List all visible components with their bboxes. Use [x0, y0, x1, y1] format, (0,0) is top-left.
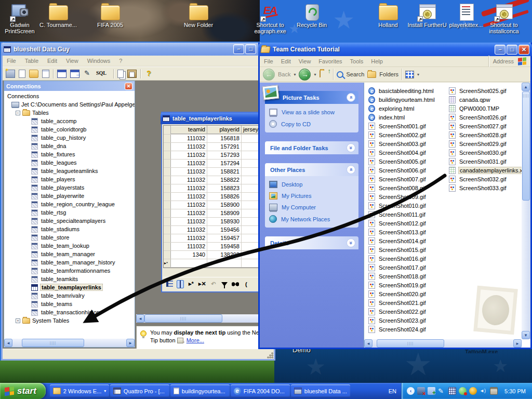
file-item[interactable]: ScreenShot013.gif [368, 228, 446, 236]
row-selector[interactable] [164, 184, 171, 192]
file-item[interactable]: ScreenShot001.gif [368, 122, 446, 130]
menu-item[interactable]: View [299, 58, 311, 64]
desktop-icon[interactable]: Gadwin PrintScreen [0, 3, 39, 34]
address-bar-label[interactable]: Address [493, 58, 514, 64]
cell-playerid[interactable]: 159456 [207, 226, 242, 234]
file-item[interactable]: ScreenShot025.gif [449, 86, 527, 95]
tree-table-item[interactable]: table_rtsg [4, 208, 135, 217]
place-link[interactable]: My Network Places [269, 215, 354, 223]
file-item[interactable]: exploring.html [368, 104, 446, 113]
collapse-chevron-icon[interactable]: » [347, 93, 355, 102]
task-buildingyourteam[interactable]: buildingyourtea... [170, 384, 230, 397]
desktop-icon-label-partial[interactable]: TattooM.exe [465, 349, 498, 353]
print-queue[interactable] [490, 387, 498, 395]
row-selector[interactable] [164, 251, 171, 259]
file-item[interactable]: ScreenShot010.gif [368, 201, 446, 210]
file-item[interactable]: ScreenShot017.gif [368, 263, 446, 272]
desktop-icon[interactable]: New Folder [179, 3, 218, 28]
desktop-icon[interactable]: Holland [368, 3, 408, 28]
minimize-button[interactable]: – [233, 44, 244, 54]
cell-playerid[interactable]: 156818 [207, 135, 242, 142]
file-item[interactable]: ScreenShot024.gif [368, 325, 446, 334]
scroll-left-icon[interactable]: ◂ [4, 339, 12, 347]
cell-teamid[interactable]: 111032 [171, 209, 207, 217]
menu-item[interactable]: Tools [350, 58, 364, 64]
grid-row[interactable]: 111032 158821 [164, 168, 263, 176]
back-label[interactable]: Back [278, 71, 290, 77]
column-header-teamid[interactable]: teamid [171, 126, 207, 134]
grid-row[interactable]: 111032 156818 [164, 135, 263, 143]
tree-table-item[interactable]: table_transactionhistory [4, 308, 135, 316]
place-link[interactable]: Desktop [269, 181, 354, 188]
cell-playerid[interactable]: 138292 [207, 251, 242, 259]
column-header-playerid[interactable]: playerid [207, 126, 242, 134]
file-item[interactable]: ScreenShot022.gif [368, 307, 446, 316]
next-tip-button-icon[interactable] [177, 338, 183, 343]
details-header[interactable]: Details » [265, 236, 358, 249]
cell-teamid[interactable]: 111032 [171, 168, 207, 176]
paste-icon[interactable] [127, 70, 137, 78]
calculator[interactable] [448, 387, 456, 395]
grid-row[interactable]: 111032 157291 [164, 143, 263, 151]
file-item[interactable]: ScreenShot032.gif [449, 175, 527, 183]
grid-row[interactable]: 111032 157293 [164, 151, 263, 159]
desktop-icon[interactable]: playerkittex... [446, 3, 486, 28]
folders-label[interactable]: Folders [379, 71, 398, 77]
table-window-titlebar[interactable]: table_teamplayerlinks [161, 113, 267, 124]
open-file-icon[interactable] [29, 70, 38, 78]
tree-table-item[interactable]: table_region_country_league [4, 200, 135, 208]
cell-playerid[interactable]: 159458 [207, 243, 242, 250]
row-selector[interactable] [164, 135, 171, 142]
expand-chevron-icon[interactable]: » [347, 238, 355, 247]
tree-table-item[interactable]: table_teamformationnames [4, 267, 135, 275]
language-indicator[interactable]: EN [384, 388, 401, 394]
file-item[interactable]: ScreenShot023.gif [368, 316, 446, 325]
file-item[interactable]: ScreenShot031.gif [449, 157, 527, 166]
connection-wizard-icon[interactable] [6, 70, 15, 78]
file-item[interactable]: ScreenShot009.gif [368, 192, 446, 201]
file-item[interactable]: ScreenShot026.gif [449, 113, 527, 122]
file-item[interactable]: canadateamplayerlinks.xls [449, 166, 527, 175]
cell-teamid[interactable]: 111032 [171, 193, 207, 201]
grid-row[interactable]: 111032 159457 [164, 234, 263, 243]
back-dropdown-icon[interactable]: ▾ [294, 72, 296, 77]
resize-grip[interactable] [267, 352, 273, 358]
grid-row[interactable]: 111032 158822 [164, 176, 263, 184]
row-selector[interactable] [164, 243, 171, 250]
sql-editor-icon[interactable]: SQL [96, 70, 110, 78]
tree-system-tables-folder[interactable]: + System Tables [4, 316, 135, 325]
cell-playerid[interactable]: 158909 [207, 209, 242, 217]
file-item[interactable]: ScreenShot008.gif [368, 183, 446, 192]
task-blueshell-data[interactable]: blueshell Data ... [291, 384, 350, 397]
desktop-icon[interactable]: C. Tourname... [38, 3, 78, 28]
menu-item[interactable]: File [7, 58, 16, 64]
connections-horizontal-scrollbar[interactable]: ◂ ▸ [4, 339, 135, 347]
desktop-icon[interactable]: Shortcut to eagraph.exe [250, 3, 290, 34]
menu-item[interactable]: Edit [281, 58, 291, 64]
cell-playerid[interactable]: 158821 [207, 168, 242, 176]
file-item[interactable]: ScreenShot016.gif [368, 254, 446, 263]
cell-teamid[interactable]: 111032 [171, 151, 207, 159]
tree-table-item[interactable]: table_stadiums [4, 225, 135, 233]
new-file-icon[interactable] [19, 70, 25, 78]
cell-playerid[interactable]: 158930 [207, 218, 242, 225]
cell-playerid[interactable]: 157291 [207, 143, 242, 151]
properties-icon[interactable] [42, 70, 49, 78]
row-selector[interactable] [164, 151, 171, 159]
tree-table-item[interactable]: table_team_lookup [4, 242, 135, 250]
row-selector[interactable] [164, 193, 171, 201]
grid-row[interactable]: 111032 158823 [164, 184, 263, 193]
views-dropdown-icon[interactable]: ▾ [417, 72, 419, 77]
tree-table-item[interactable]: table_playerstats [4, 183, 135, 192]
blueshell-titlebar[interactable]: blueshell Data Guy – □ [1, 43, 275, 56]
task-quattro-pro[interactable]: Quattro Pro - [... [110, 384, 169, 397]
menu-item[interactable]: Edit [47, 58, 57, 64]
network-install[interactable] [428, 387, 435, 395]
tree-table-item[interactable]: table_coloridtorgb [4, 125, 135, 134]
tree-table-item[interactable]: table_teams [4, 300, 135, 308]
menu-item[interactable]: Windows [87, 58, 111, 64]
explorer-titlebar[interactable]: Team Creation Tutorial – □ ✕ [258, 43, 532, 56]
file-item[interactable]: ScreenShot029.gif [449, 139, 527, 148]
task-windows-explorer-group[interactable]: 2 Windows E... ▾ [50, 384, 109, 397]
file-item[interactable]: ScreenShot027.gif [449, 122, 527, 130]
